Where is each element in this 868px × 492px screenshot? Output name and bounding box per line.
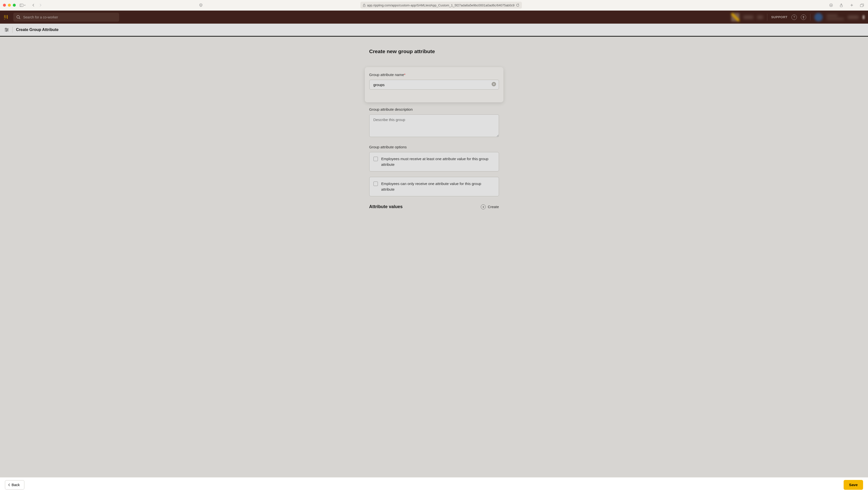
page-breadcrumb-title: Create Group Attribute	[16, 28, 58, 32]
plus-icon: +	[481, 204, 486, 210]
svg-rect-2	[363, 5, 365, 7]
window-controls	[3, 4, 16, 7]
svg-line-8	[19, 18, 20, 19]
minimize-window[interactable]	[8, 4, 11, 7]
redacted-text	[848, 16, 859, 19]
sub-header: Create Group Attribute	[0, 24, 868, 36]
rippling-logo[interactable]	[3, 14, 9, 20]
checkbox-label: Employees can only receive one attribute…	[381, 181, 495, 192]
help-icon[interactable]: ?	[792, 15, 797, 20]
app-header: SUPPORT ?	[0, 10, 868, 24]
redacted-user-info	[827, 15, 844, 20]
back-button[interactable]: Back	[5, 480, 24, 490]
create-value-button[interactable]: + Create	[481, 204, 499, 210]
user-avatar[interactable]	[814, 13, 823, 21]
download-icon[interactable]	[828, 2, 834, 8]
highlighted-field-card: Group attribute name*	[365, 67, 503, 102]
search-box[interactable]	[13, 13, 119, 22]
divider	[810, 14, 811, 21]
sidebar-toggle[interactable]	[20, 2, 26, 8]
search-input[interactable]	[23, 15, 116, 19]
save-button[interactable]: Save	[844, 480, 863, 490]
checkbox-label: Employees must receive at least one attr…	[381, 156, 495, 167]
tabs-icon[interactable]	[859, 2, 865, 8]
option-only-one[interactable]: Employees can only receive one attribute…	[369, 177, 499, 196]
lock-icon	[363, 4, 366, 7]
chevron-down-icon	[24, 4, 26, 6]
desc-label: Group attribute description	[369, 107, 499, 112]
svg-point-9	[803, 16, 804, 17]
option-at-least-one[interactable]: Employees must receive at least one attr…	[369, 152, 499, 171]
url-bar[interactable]: app.rippling.com/apps/custom-app/SAMLtes…	[360, 2, 522, 8]
clear-input-icon[interactable]	[492, 82, 496, 87]
support-link[interactable]: SUPPORT	[771, 15, 788, 19]
chevron-left-icon	[8, 484, 10, 486]
required-indicator: *	[404, 73, 405, 77]
page-title: Create new group attribute	[369, 48, 499, 54]
divider	[12, 27, 13, 33]
svg-point-7	[17, 16, 20, 18]
content-area: Create new group attribute Group attribu…	[0, 36, 868, 477]
close-window[interactable]	[3, 4, 6, 7]
privacy-icon[interactable]	[198, 2, 204, 8]
share-icon[interactable]	[839, 2, 844, 8]
reload-icon[interactable]	[516, 3, 519, 7]
svg-point-11	[5, 28, 6, 29]
footer-bar: Back Save	[0, 477, 868, 492]
org-avatar[interactable]	[731, 13, 740, 21]
attribute-values-title: Attribute values	[369, 204, 403, 210]
options-label: Group attribute options	[369, 145, 499, 149]
redacted-text	[744, 16, 753, 19]
name-label: Group attribute name*	[369, 73, 499, 77]
new-tab-icon[interactable]	[849, 2, 855, 8]
search-icon	[16, 15, 21, 20]
checkbox[interactable]	[373, 181, 378, 186]
browser-chrome: app.rippling.com/apps/custom-app/SAMLtes…	[0, 0, 868, 10]
svg-rect-0	[20, 4, 23, 6]
svg-point-13	[7, 29, 8, 30]
group-attribute-name-input[interactable]	[369, 80, 499, 90]
nav-back[interactable]	[30, 2, 37, 8]
menu-icon[interactable]	[863, 15, 865, 19]
svg-point-15	[6, 30, 7, 31]
redacted-text	[757, 16, 763, 19]
group-attribute-description-input[interactable]	[369, 115, 499, 137]
create-label: Create	[488, 205, 499, 209]
nav-forward	[38, 2, 43, 8]
checkbox[interactable]	[373, 157, 378, 161]
url-text: app.rippling.com/apps/custom-app/SAMLtes…	[367, 3, 515, 7]
svg-rect-6	[860, 4, 863, 7]
settings-icon[interactable]	[4, 28, 9, 32]
accessibility-icon[interactable]	[801, 15, 806, 20]
maximize-window[interactable]	[13, 4, 16, 7]
